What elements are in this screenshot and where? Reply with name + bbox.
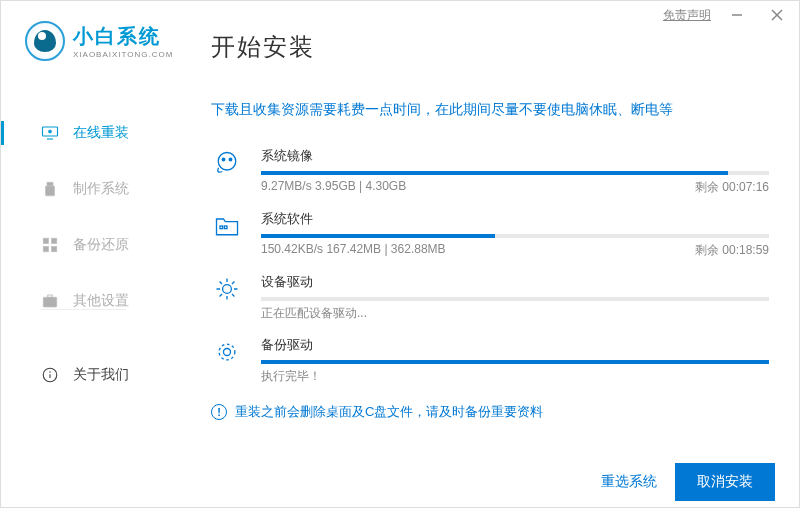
warning-message: ! 重装之前会删除桌面及C盘文件，请及时备份重要资料 [211, 403, 769, 421]
page-title: 开始安装 [211, 31, 315, 63]
task-title: 备份驱动 [261, 336, 769, 354]
task-title: 系统镜像 [261, 147, 769, 165]
sidebar-item-backup-restore[interactable]: 备份还原 [1, 223, 155, 267]
svg-rect-8 [43, 238, 48, 243]
sidebar-item-label: 在线重装 [73, 124, 129, 142]
warning-text: 重装之前会删除桌面及C盘文件，请及时备份重要资料 [235, 403, 543, 421]
sidebar-item-label: 关于我们 [73, 366, 129, 384]
sidebar-item-label: 备份还原 [73, 236, 129, 254]
task-detail: 9.27MB/s 3.95GB | 4.30GB [261, 179, 406, 196]
svg-point-19 [229, 158, 232, 161]
task-title: 系统软件 [261, 210, 769, 228]
task-backup-driver: 备份驱动 执行完毕！ [211, 336, 769, 385]
task-remaining: 剩余 00:07:16 [695, 179, 769, 196]
minimize-icon [731, 9, 743, 21]
sidebar-item-label: 制作系统 [73, 180, 129, 198]
brand-header: 小白系统 XIAOBAIXITONG.COM [25, 21, 173, 61]
content-area: 下载且收集资源需要耗费一点时间，在此期间尽量不要使电脑休眠、断电等 系统镜像 9… [156, 81, 799, 457]
task-detail: 150.42KB/s 167.42MB | 362.88MB [261, 242, 446, 259]
progress-bar [261, 171, 769, 175]
image-icon [211, 147, 243, 179]
brand-name-cn: 小白系统 [73, 23, 173, 50]
close-icon [771, 9, 783, 21]
svg-rect-10 [43, 247, 48, 252]
svg-rect-6 [47, 182, 53, 186]
svg-rect-12 [43, 297, 57, 307]
brand-name-en: XIAOBAIXITONG.COM [73, 50, 173, 59]
footer: 重选系统 取消安装 [1, 457, 799, 507]
disclaimer-link[interactable]: 免责声明 [663, 7, 711, 24]
svg-rect-7 [46, 186, 55, 196]
svg-point-18 [222, 158, 225, 161]
svg-rect-13 [48, 295, 53, 297]
grid-icon [41, 236, 59, 254]
svg-point-24 [224, 349, 231, 356]
svg-rect-11 [52, 247, 57, 252]
hint-text: 下载且收集资源需要耗费一点时间，在此期间尽量不要使电脑休眠、断电等 [211, 101, 769, 119]
sidebar-item-online-reinstall[interactable]: 在线重装 [1, 111, 155, 155]
monitor-icon [41, 124, 59, 142]
svg-rect-21 [224, 226, 227, 229]
task-system-image: 系统镜像 9.27MB/s 3.95GB | 4.30GB剩余 00:07:16 [211, 147, 769, 196]
app-window: 免责声明 小白系统 XIAOBAIXITONG.COM 开始安装 在线重装 制作… [0, 0, 800, 508]
svg-point-23 [219, 344, 235, 360]
task-device-driver: 设备驱动 正在匹配设备驱动... [211, 273, 769, 322]
task-detail: 执行完毕！ [261, 368, 321, 385]
sidebar-item-label: 其他设置 [73, 292, 129, 310]
svg-rect-20 [220, 226, 223, 229]
task-remaining: 剩余 00:18:59 [695, 242, 769, 259]
gear-outline-icon [211, 336, 243, 368]
progress-bar [261, 234, 769, 238]
alert-icon: ! [211, 404, 227, 420]
sidebar-divider [41, 309, 126, 310]
folder-icon [211, 210, 243, 242]
svg-point-22 [223, 285, 232, 294]
sidebar-item-about[interactable]: 关于我们 [1, 353, 155, 397]
sidebar: 在线重装 制作系统 备份还原 其他设置 关于我们 [1, 81, 156, 457]
task-detail: 正在匹配设备驱动... [261, 305, 367, 322]
logo-icon [25, 21, 65, 61]
close-button[interactable] [763, 1, 791, 29]
progress-bar [261, 297, 769, 301]
info-icon [41, 366, 59, 384]
task-system-software: 系统软件 150.42KB/s 167.42MB | 362.88MB剩余 00… [211, 210, 769, 259]
gear-icon [211, 273, 243, 305]
progress-bar [261, 360, 769, 364]
briefcase-icon [41, 292, 59, 310]
usb-icon [41, 180, 59, 198]
cancel-install-button[interactable]: 取消安装 [675, 463, 775, 501]
sidebar-item-other-settings[interactable]: 其他设置 [1, 279, 155, 323]
svg-point-17 [218, 153, 236, 171]
minimize-button[interactable] [723, 1, 751, 29]
sidebar-item-make-system[interactable]: 制作系统 [1, 167, 155, 211]
reselect-system-button[interactable]: 重选系统 [601, 473, 657, 491]
svg-rect-9 [52, 238, 57, 243]
svg-point-4 [49, 130, 52, 133]
task-title: 设备驱动 [261, 273, 769, 291]
